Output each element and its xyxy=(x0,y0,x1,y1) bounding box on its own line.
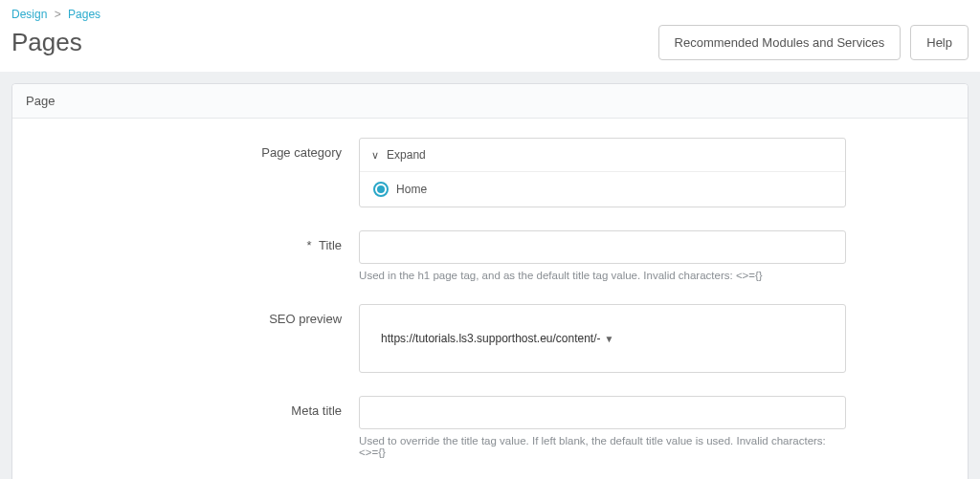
expand-toggle[interactable]: ∨ Expand xyxy=(360,139,845,172)
category-option-home[interactable]: Home xyxy=(360,172,845,207)
page-title: Pages xyxy=(11,28,82,57)
chevron-down-icon: ∨ xyxy=(371,149,379,162)
title-label-text: Title xyxy=(319,238,342,252)
title-input[interactable] xyxy=(359,230,846,264)
required-mark: * xyxy=(307,238,312,252)
category-option-label: Home xyxy=(396,183,427,196)
expand-label: Expand xyxy=(387,148,426,162)
seo-preview-url[interactable]: https://tutorials.ls3.supporthost.eu/con… xyxy=(381,332,613,345)
breadcrumb-item-design[interactable]: Design xyxy=(11,8,47,21)
page-category-label: Page category xyxy=(22,138,359,160)
breadcrumb-item-pages[interactable]: Pages xyxy=(68,8,100,21)
help-button[interactable]: Help xyxy=(910,25,969,60)
meta-title-label: Meta title xyxy=(22,396,359,418)
meta-title-input[interactable] xyxy=(359,396,846,429)
meta-title-help-text: Used to override the title tag value. If… xyxy=(359,435,846,458)
title-label: * Title xyxy=(22,230,359,252)
title-help-text: Used in the h1 page tag, and as the defa… xyxy=(359,270,846,281)
caret-down-icon: ▼ xyxy=(605,334,614,344)
breadcrumb-separator: > xyxy=(55,8,61,21)
radio-icon xyxy=(373,182,389,197)
panel-title: Page xyxy=(12,84,968,119)
seo-preview-label: SEO preview xyxy=(22,304,359,326)
recommended-modules-button[interactable]: Recommended Modules and Services xyxy=(658,25,902,60)
breadcrumb: Design > Pages xyxy=(11,8,969,21)
page-category-box: ∨ Expand Home xyxy=(359,138,846,207)
page-panel: Page Page category ∨ Expand Home xyxy=(11,83,969,479)
seo-preview-box: https://tutorials.ls3.supporthost.eu/con… xyxy=(359,304,846,373)
